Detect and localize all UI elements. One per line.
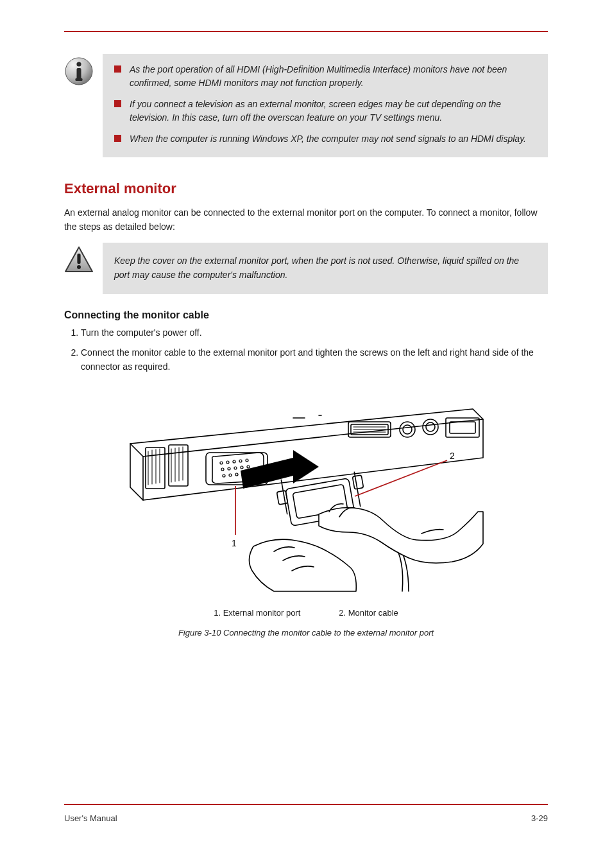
bottom-rule: [64, 804, 548, 805]
section-intro: An external analog monitor can be connec…: [64, 206, 548, 234]
bullet-square-icon: [114, 135, 121, 142]
info-item: If you connect a television as an extern…: [114, 98, 536, 125]
svg-rect-18: [446, 418, 479, 437]
step-item: Connect the monitor cable to the externa…: [81, 346, 548, 374]
svg-rect-51: [276, 490, 287, 505]
caution-text: Keep the cover on the external monitor p…: [114, 256, 519, 280]
svg-point-6: [77, 265, 81, 269]
section-heading: External monitor: [64, 180, 548, 197]
svg-text:1: 1: [232, 538, 237, 548]
info-callout: As the port operation of all HDMI (High-…: [64, 54, 548, 157]
figure-caption: Figure 3-10 Connecting the monitor cable…: [64, 628, 548, 638]
step-list: Turn the computer's power off. Connect t…: [64, 326, 548, 374]
svg-line-54: [355, 460, 447, 496]
info-item: When the computer is running Windows XP,…: [114, 132, 536, 146]
info-item: As the port operation of all HDMI (High-…: [114, 63, 536, 90]
caution-icon-col: [64, 243, 103, 277]
svg-rect-2: [77, 68, 81, 80]
svg-point-38: [234, 467, 237, 469]
svg-text:2: 2: [450, 451, 455, 461]
bullet-square-icon: [114, 100, 121, 107]
svg-point-39: [241, 466, 243, 469]
svg-rect-5: [77, 254, 80, 264]
step-text: Turn the computer's power off.: [81, 327, 202, 338]
info-item-text: As the port operation of all HDMI (High-…: [130, 64, 507, 88]
svg-point-32: [226, 461, 229, 464]
svg-point-14: [400, 422, 415, 437]
top-rule: [64, 31, 548, 32]
svg-point-41: [223, 474, 225, 477]
svg-point-36: [221, 468, 224, 471]
svg-point-33: [233, 460, 235, 463]
svg-point-17: [426, 422, 435, 431]
step-text: Connect the monitor cable to the externa…: [81, 347, 534, 372]
subsection-heading: Connecting the monitor cable: [64, 309, 548, 321]
svg-rect-19: [450, 422, 475, 433]
info-callout-body: As the port operation of all HDMI (High-…: [103, 54, 548, 157]
info-item-text: When the computer is running Windows XP,…: [130, 134, 526, 144]
info-icon: [64, 56, 94, 86]
caution-body: Keep the cover on the external monitor p…: [103, 243, 548, 293]
caution-callout: Keep the cover on the external monitor p…: [64, 243, 548, 293]
figure: 1 2 1. External monitor port 2. Monitor …: [64, 386, 548, 638]
warning-icon: [64, 245, 94, 275]
svg-point-34: [239, 460, 242, 462]
figure-label-row: 1. External monitor port 2. Monitor cabl…: [64, 608, 548, 618]
footer-right: 3-29: [531, 813, 548, 823]
svg-point-35: [246, 459, 248, 462]
svg-rect-3: [76, 78, 83, 81]
figure-label-port: 1. External monitor port: [214, 608, 300, 618]
svg-point-31: [220, 462, 223, 464]
svg-rect-52: [352, 475, 363, 489]
figure-illustration: 1 2: [126, 386, 486, 604]
svg-point-1: [76, 62, 81, 66]
content-area: As the port operation of all HDMI (High-…: [64, 54, 548, 638]
svg-point-42: [229, 474, 232, 476]
footer-left: User's Manual: [64, 813, 117, 823]
svg-point-37: [228, 467, 230, 470]
svg-point-43: [235, 473, 238, 476]
figure-label-cable: 2. Monitor cable: [339, 608, 398, 618]
svg-point-16: [423, 419, 438, 435]
svg-point-40: [247, 465, 250, 468]
info-icon-col: [64, 54, 103, 89]
bullet-square-icon: [114, 65, 121, 73]
info-item-text: If you connect a television as an extern…: [130, 99, 501, 123]
step-item: Turn the computer's power off.: [81, 326, 548, 340]
svg-point-15: [403, 425, 412, 434]
